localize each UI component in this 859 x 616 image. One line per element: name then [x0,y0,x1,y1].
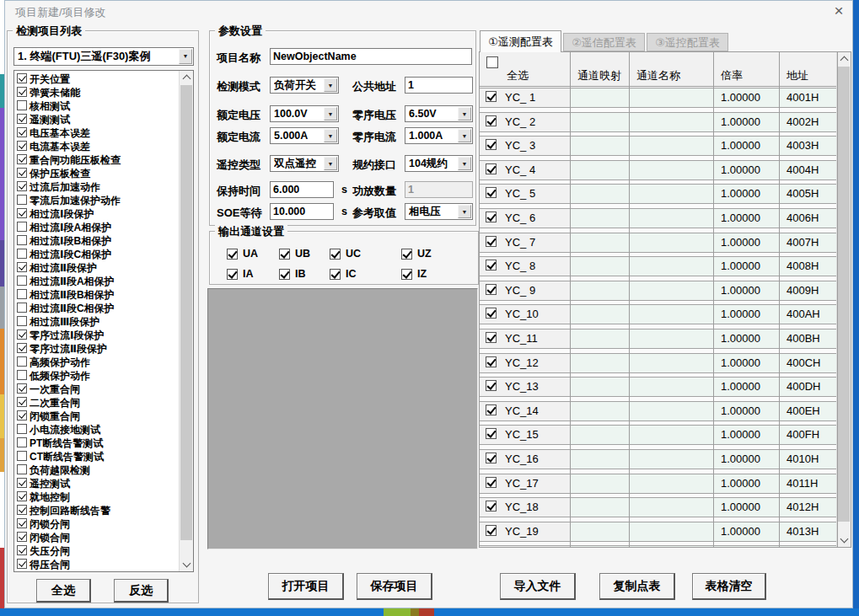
cell-mapping[interactable] [570,88,629,107]
cell-address[interactable]: 4011H [779,474,837,493]
select-all-button[interactable]: 全选 [36,579,91,603]
item-checkbox[interactable] [17,303,27,313]
list-item[interactable]: 得压合闸 [15,557,178,570]
cell-address[interactable] [779,546,837,547]
cell-address[interactable]: 4010H [779,450,837,469]
cell-channel-name[interactable] [629,426,713,444]
item-checkbox[interactable] [17,518,27,528]
cell-ratio[interactable]: 1.00000 [713,233,779,252]
cell-mapping[interactable] [570,137,629,155]
cell-ratio[interactable]: 1.00000 [713,402,779,420]
zero-voltage-dropdown[interactable]: 6.50V▼ [405,105,473,122]
item-checkbox[interactable] [17,289,27,299]
list-item[interactable]: 开关位置 [15,72,178,85]
cell-address[interactable]: 4012H [779,498,837,517]
copy-point-table-button[interactable]: 复制点表 [599,573,675,600]
list-item[interactable]: 闭锁重合闸 [15,409,178,422]
scroll-up-button[interactable] [180,71,193,84]
cell-ratio[interactable]: 1.00000 [713,498,779,517]
cell-mapping[interactable] [570,450,629,469]
cell-address[interactable]: 4008H [779,257,837,276]
scroll-up-button[interactable] [837,52,851,66]
cell-address[interactable]: 400FH [779,426,837,444]
cell-ratio[interactable]: 1.00000 [713,209,779,228]
item-checkbox[interactable] [17,343,27,353]
list-item[interactable]: 电压基本误差 [15,126,178,139]
cell-ratio[interactable]: 1.00000 [713,281,779,300]
item-checkbox[interactable] [17,100,27,110]
channel-checkbox[interactable] [330,249,341,260]
cell-address[interactable]: 4004H [779,161,837,179]
cell-address[interactable]: 4007H [779,233,837,252]
detect-mode-dropdown[interactable]: 负荷开关▼ [270,77,339,94]
item-checkbox[interactable] [17,424,27,434]
channel-checkbox[interactable] [401,269,412,280]
cell-address[interactable]: 4009H [779,281,837,300]
item-checkbox[interactable] [17,559,27,569]
clear-table-button[interactable]: 表格清空 [692,573,766,600]
row-checkbox[interactable] [486,163,497,174]
cell-ratio[interactable]: 1.00000 [713,305,779,324]
list-item[interactable]: 相过流Ⅲ段保护 [15,314,178,328]
cell-mapping[interactable] [570,161,629,179]
row-checkbox[interactable] [486,236,497,247]
cell-ratio[interactable]: 1.00000 [713,450,779,469]
cell-select[interactable]: YC_13 [480,378,570,396]
cell-mapping[interactable] [570,546,629,547]
channel-checkbox[interactable] [227,269,238,280]
cell-ratio[interactable]: 1.00000 [713,522,779,541]
item-checkbox[interactable] [17,249,27,259]
cell-ratio[interactable] [713,546,779,547]
chevron-down-icon[interactable]: ▼ [458,205,471,218]
cell-channel-name[interactable] [629,354,713,372]
row-checkbox[interactable] [486,380,497,391]
cell-channel-name[interactable] [629,281,713,300]
item-checkbox[interactable] [17,276,27,286]
item-checkbox[interactable] [17,532,27,542]
item-checkbox[interactable] [17,316,27,326]
cell-select[interactable]: YC_ 4 [480,161,570,179]
hold-time-input[interactable] [270,181,334,198]
cell-mapping[interactable] [570,522,629,541]
list-item[interactable]: 遥控测试 [15,476,178,490]
list-item[interactable]: 零序过流Ⅰ段保护 [15,328,178,341]
cell-address[interactable]: 4001H [779,88,837,107]
row-checkbox[interactable] [486,404,497,415]
soe-wait-input[interactable] [270,203,334,220]
cell-channel-name[interactable] [629,450,713,469]
item-checkbox[interactable] [17,195,27,205]
protocol-dropdown[interactable]: 104规约▼ [405,155,473,172]
cell-select[interactable]: YC_15 [480,426,570,444]
cell-select[interactable]: YC_14 [480,402,570,420]
list-item[interactable]: PT断线告警测试 [15,436,178,449]
item-checkbox[interactable] [17,545,27,555]
list-item[interactable]: 控制回路断线告警 [15,503,178,517]
common-address-input[interactable] [405,77,473,94]
list-item[interactable]: 相过流Ⅰ段保护 [15,206,178,220]
cell-ratio[interactable]: 1.00000 [713,113,779,131]
channel-checkbox[interactable] [330,269,341,280]
cell-channel-name[interactable] [629,522,713,541]
list-item[interactable]: 闭锁分闸 [15,517,178,530]
tab-yc-config[interactable]: ①遥测配置表 [480,30,561,52]
row-checkbox[interactable] [486,453,497,463]
row-checkbox[interactable] [486,284,497,295]
tab-yx-config[interactable]: ②遥信配置表 [563,33,645,51]
chevron-down-icon[interactable]: ▼ [458,107,471,121]
chevron-down-icon[interactable]: ▼ [458,157,471,170]
cell-channel-name[interactable] [629,137,713,155]
open-project-button[interactable]: 打开项目 [268,573,344,600]
row-checkbox[interactable] [486,212,497,222]
cell-select[interactable]: YC_ 1 [480,88,570,107]
cell-ratio[interactable]: 1.00000 [713,474,779,493]
item-checkbox[interactable] [17,505,27,515]
cell-select[interactable]: YC_ 7 [480,233,570,252]
rated-current-dropdown[interactable]: 5.000A▼ [270,127,339,144]
cell-mapping[interactable] [570,233,629,252]
cell-address[interactable]: 400EH [779,402,837,420]
remote-type-dropdown[interactable]: 双点遥控▼ [270,155,339,172]
list-item[interactable]: 核相测试 [15,99,178,112]
cell-mapping[interactable] [570,474,629,493]
cell-channel-name[interactable] [629,305,713,324]
cell-channel-name[interactable] [629,474,713,493]
